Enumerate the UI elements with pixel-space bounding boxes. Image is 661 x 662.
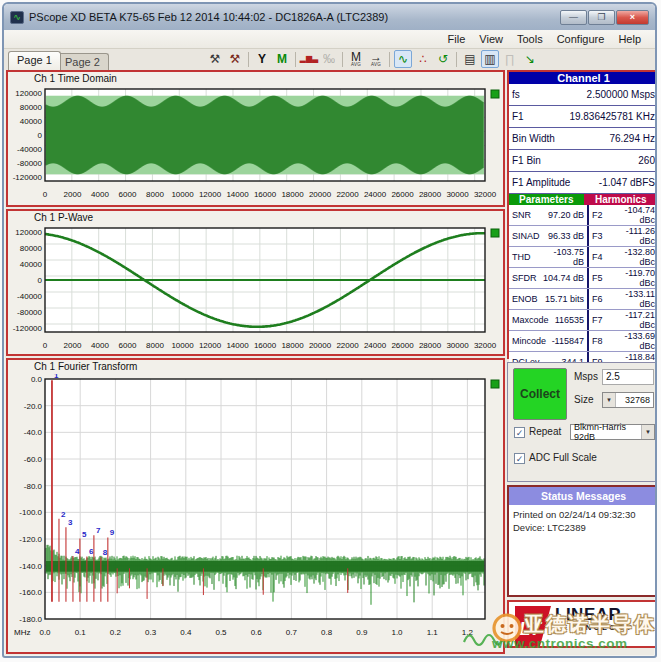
msps-label: Msps bbox=[574, 371, 598, 382]
harmonic-label-6: 6 bbox=[89, 547, 94, 556]
x-tick-label: 16000 bbox=[254, 190, 277, 199]
channel-info-box: Channel 1 fs2.500000 MspsF119.836425781 … bbox=[507, 70, 657, 359]
x-tick-label: 26000 bbox=[391, 341, 414, 350]
channel-row-value: 76.294 Hz bbox=[609, 133, 655, 144]
single-collect-icon[interactable]: ⚒ bbox=[226, 50, 244, 68]
menu-file[interactable]: File bbox=[442, 32, 472, 46]
export-icon[interactable]: ↘ bbox=[521, 50, 539, 68]
analysis-row: Maxcode116535F7-117.21 dBc bbox=[509, 310, 657, 331]
x-tick-label: 28000 bbox=[419, 341, 442, 350]
time-domain-title: Ch 1 Time Domain bbox=[8, 72, 503, 86]
x-tick-label: 4000 bbox=[91, 190, 109, 199]
side-column: Channel 1 fs2.500000 MspsF119.836425781 … bbox=[507, 70, 657, 654]
filter-m-icon-glyph: M bbox=[277, 53, 287, 65]
tabbar: ⚒⚒YM▂▆▃‰MAVG→AVG∿∴↺▤▥∏↘ Page 1Page 2 bbox=[4, 49, 655, 70]
x-tick-label: 0.2 bbox=[110, 628, 122, 637]
harmonic-value: -119.70 dBc bbox=[608, 268, 657, 288]
harmonic-value: -132.80 dBc bbox=[608, 247, 657, 267]
filter-m-icon[interactable]: M bbox=[273, 50, 291, 68]
adc-full-scale-label: ADC Full Scale bbox=[529, 452, 597, 463]
y-tick-label: 120000 bbox=[15, 228, 42, 237]
window-dropdown[interactable]: Blkmn-Harris 92dB ▼ bbox=[570, 424, 655, 440]
harmonic-label-2: 2 bbox=[61, 510, 66, 519]
y-tick-label: -40.0 bbox=[24, 428, 43, 437]
legend-swatch bbox=[491, 90, 499, 98]
tab-page-2[interactable]: Page 2 bbox=[56, 53, 109, 70]
x-tick-label: 1.0 bbox=[391, 628, 403, 637]
average-m-icon[interactable]: MAVG bbox=[347, 50, 365, 68]
y-tick-label: -80000 bbox=[17, 159, 42, 168]
histogram-icon[interactable]: ▂▆▃ bbox=[300, 50, 318, 68]
x-tick-label: 8000 bbox=[146, 341, 164, 350]
minimize-button[interactable]: — bbox=[560, 10, 587, 25]
status-messages-body: Printed on 02/24/14 09:32:30Device: LTC2… bbox=[509, 505, 657, 595]
tab-page-1[interactable]: Page 1 bbox=[8, 51, 61, 70]
y-tick-label: -180.0 bbox=[19, 615, 42, 624]
channel-row: fs2.500000 Msps bbox=[509, 84, 657, 106]
harmonic-value: -111.26 dBc bbox=[608, 226, 657, 246]
close-button[interactable]: × bbox=[616, 10, 649, 25]
maximize-button[interactable]: ❐ bbox=[588, 10, 615, 25]
wave-display-icon-glyph: ∿ bbox=[398, 53, 408, 65]
pwave-title: Ch 1 P-Wave bbox=[8, 211, 503, 225]
channel-rows: fs2.500000 MspsF119.836425781 KHzBin Wid… bbox=[509, 84, 657, 194]
pscope-window: ∿ PScope XD BETA K75-65 Feb 12 2014 10:4… bbox=[2, 2, 657, 658]
logo-technology-text: TECHNOLOGY bbox=[555, 623, 633, 632]
size-label: Size bbox=[574, 394, 593, 405]
wave-display-icon[interactable]: ∿ bbox=[394, 50, 412, 68]
collect-button[interactable]: Collect bbox=[513, 368, 567, 420]
dropdown-arrow-icon[interactable]: ▼ bbox=[641, 425, 654, 439]
adc-full-scale-checkbox[interactable]: ✓ bbox=[514, 453, 525, 464]
channel-row-value: 260 bbox=[638, 155, 655, 166]
average-arrow-icon[interactable]: →AVG bbox=[367, 50, 385, 68]
screen-layout-icon[interactable]: ▤ bbox=[461, 50, 479, 68]
fourier-panel: Ch 1 Fourier Transform 1234567890.0-20.0… bbox=[6, 358, 505, 654]
dropdown-arrow-icon[interactable]: ▼ bbox=[603, 393, 616, 407]
harmonic-label-4: 4 bbox=[75, 547, 80, 556]
channel-row: Bin Width76.294 Hz bbox=[509, 128, 657, 150]
x-tick-label: 6000 bbox=[119, 341, 137, 350]
collect-setup-icon[interactable]: ⚒ bbox=[206, 50, 224, 68]
x-tick-label: 22000 bbox=[336, 190, 359, 199]
x-tick-label: 0.1 bbox=[75, 628, 87, 637]
y-tick-label: -80000 bbox=[17, 308, 42, 317]
analysis-row: SNR97.20 dBF2-104.74 dBc bbox=[509, 205, 657, 226]
loop-icon-glyph: ↺ bbox=[438, 53, 448, 65]
menu-tools[interactable]: Tools bbox=[511, 32, 549, 46]
percent-icon-glyph: ‰ bbox=[323, 53, 335, 65]
harmonic-value: -133.11 dBc bbox=[608, 289, 657, 309]
parameter-value: 116535 bbox=[541, 315, 587, 325]
code-display-icon-glyph: ∴ bbox=[419, 53, 427, 65]
x-tick-label: 24000 bbox=[364, 190, 387, 199]
logo-linear-text: LINEAR bbox=[555, 606, 633, 623]
filter-y-icon[interactable]: Y bbox=[253, 50, 271, 68]
repeat-checkbox[interactable]: ✓ bbox=[514, 427, 525, 438]
single-collect-icon-glyph: ⚒ bbox=[230, 53, 241, 65]
status-line: Device: LTC2389 bbox=[513, 521, 654, 534]
harmonic-value: -117.21 dBc bbox=[608, 310, 657, 330]
msps-input[interactable]: 2.5 bbox=[602, 369, 654, 385]
logo-text: LINEAR TECHNOLOGY bbox=[555, 606, 633, 632]
channel-row: F119.836425781 KHz bbox=[509, 106, 657, 128]
x-tick-label: 0 bbox=[43, 341, 48, 350]
code-display-icon[interactable]: ∴ bbox=[414, 50, 432, 68]
y-tick-label: 80000 bbox=[20, 244, 43, 253]
channel-row-label: fs bbox=[512, 89, 520, 100]
status-messages-header: Status Messages bbox=[509, 487, 657, 505]
screen-layout2-icon[interactable]: ▥ bbox=[481, 50, 499, 68]
menu-configure[interactable]: Configure bbox=[551, 32, 611, 46]
plot-background bbox=[45, 379, 485, 619]
harmonic-label-3: 3 bbox=[68, 518, 73, 527]
analysis-row: SINAD96.33 dBF3-111.26 dBc bbox=[509, 226, 657, 247]
parameters-header: Parameters bbox=[509, 194, 584, 205]
main-area: Ch 1 Time Domain 12000080000400000-40000… bbox=[6, 70, 653, 654]
screen-layout-icon-glyph: ▤ bbox=[464, 53, 475, 65]
loop-icon[interactable]: ↺ bbox=[434, 50, 452, 68]
x-tick-label: 0 bbox=[43, 190, 48, 199]
menu-view[interactable]: View bbox=[473, 32, 509, 46]
average-m-icon-caption: AVG bbox=[351, 63, 361, 67]
size-dropdown[interactable]: ▼ 32768 bbox=[602, 392, 654, 408]
channel-row: F1 Amplitude-1.047 dBFS bbox=[509, 172, 657, 194]
acquisition-box: Collect Msps 2.5 Size ▼ 32768 ✓ Repeat B… bbox=[507, 362, 657, 482]
menu-help[interactable]: Help bbox=[612, 32, 647, 46]
